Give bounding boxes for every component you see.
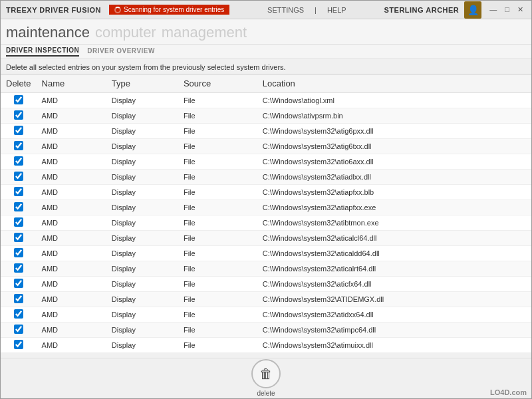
row-checkbox[interactable] (14, 263, 23, 273)
col-header-type: Type (106, 74, 178, 93)
row-name: AMD (37, 338, 106, 353)
row-source: File (178, 200, 257, 215)
table-row: AMDDisplayFileC:\Windows\system32\aticfx… (1, 277, 531, 292)
maximize-button[interactable]: □ (502, 5, 512, 14)
row-checkbox[interactable] (14, 156, 23, 166)
row-location: C:\Windows\system32\aticaldd64.dll (257, 246, 531, 261)
row-type: Display (106, 261, 178, 277)
row-checkbox-cell (1, 231, 37, 246)
watermark: LO4D.com (490, 388, 527, 396)
row-location: C:\Windows\atiogl.xml (257, 93, 531, 108)
settings-link[interactable]: SETTINGS (267, 6, 304, 14)
row-checkbox[interactable] (14, 141, 23, 150)
title-bar: TREEXY DRIVER FUSION Scanning for system… (1, 1, 531, 19)
table-row: AMDDisplayFileC:\Windows\system32\atio6a… (1, 154, 531, 170)
row-type: Display (106, 338, 178, 353)
row-checkbox-cell (1, 124, 37, 139)
table-row: AMDDisplayFileC:\Windows\system32\atiapf… (1, 185, 531, 200)
row-name: AMD (37, 292, 106, 307)
scanning-badge: Scanning for system driver entries (109, 5, 229, 15)
row-source: File (178, 154, 257, 170)
row-source: File (178, 170, 257, 185)
row-checkbox-cell (1, 108, 37, 124)
spinner-icon (114, 7, 121, 13)
row-checkbox[interactable] (14, 309, 23, 319)
row-name: AMD (37, 108, 106, 124)
row-location: C:\Windows\system32\aticfx64.dll (257, 277, 531, 292)
row-checkbox[interactable] (14, 202, 23, 211)
row-source: File (178, 231, 257, 246)
window-controls: — □ ✕ (487, 5, 526, 14)
description-text: Delete all selected entries on your syst… (1, 59, 531, 74)
row-location: C:\Windows\system32\atig6pxx.dll (257, 124, 531, 139)
row-name: AMD (37, 185, 106, 200)
row-source: File (178, 185, 257, 200)
row-type: Display (106, 323, 178, 338)
table-row: AMDDisplayFileC:\Windows\system32\ATIDEM… (1, 292, 531, 307)
row-checkbox-cell (1, 139, 37, 154)
row-checkbox[interactable] (14, 187, 23, 196)
row-location: C:\Windows\system32\atiadlxx.dll (257, 170, 531, 185)
row-location: C:\Windows\system32\atio6axx.dll (257, 154, 531, 170)
app-title: TREEXY DRIVER FUSION (6, 6, 101, 14)
row-source: File (178, 93, 257, 108)
row-type: Display (106, 139, 178, 154)
row-checkbox[interactable] (14, 248, 23, 257)
row-checkbox-cell (1, 246, 37, 261)
row-name: AMD (37, 124, 106, 139)
row-checkbox-cell (1, 292, 37, 307)
row-checkbox[interactable] (14, 95, 23, 104)
row-type: Display (106, 108, 178, 124)
subnav-driver-inspection[interactable]: DRIVER INSPECTION (6, 47, 79, 57)
row-type: Display (106, 200, 178, 215)
nav-computer[interactable]: computer (90, 24, 162, 44)
row-type: Display (106, 93, 178, 108)
minimize-button[interactable]: — (487, 5, 499, 14)
nav-management[interactable]: management (162, 24, 247, 44)
row-checkbox[interactable] (14, 279, 23, 288)
row-checkbox[interactable] (14, 172, 23, 181)
row-checkbox-cell (1, 323, 37, 338)
table-row: AMDDisplayFileC:\Windows\system32\atig6t… (1, 139, 531, 154)
row-source: File (178, 139, 257, 154)
row-source: File (178, 246, 257, 261)
row-checkbox-cell (1, 338, 37, 353)
row-type: Display (106, 231, 178, 246)
row-checkbox[interactable] (14, 217, 23, 227)
table-row: AMDDisplayFileC:\Windows\system32\atibtm… (1, 215, 531, 231)
row-checkbox[interactable] (14, 325, 23, 334)
nav-maintenance[interactable]: maintenance (6, 24, 90, 44)
row-location: C:\Windows\system32\aticalrt64.dll (257, 261, 531, 277)
help-link[interactable]: HELP (327, 6, 346, 14)
row-name: AMD (37, 170, 106, 185)
row-name: AMD (37, 139, 106, 154)
row-checkbox[interactable] (14, 294, 23, 303)
table-row: AMDDisplayFileC:\Windows\system32\atiadl… (1, 170, 531, 185)
row-location: C:\Windows\system32\atimuixx.dll (257, 338, 531, 353)
row-name: AMD (37, 277, 106, 292)
row-checkbox[interactable] (14, 233, 23, 242)
row-type: Display (106, 154, 178, 170)
row-source: File (178, 277, 257, 292)
sub-nav: DRIVER INSPECTION DRIVER OVERVIEW (1, 45, 531, 59)
row-checkbox-cell (1, 154, 37, 170)
row-checkbox[interactable] (14, 126, 23, 135)
scanning-text: Scanning for system driver entries (124, 6, 224, 13)
col-header-name: Name (37, 74, 106, 93)
row-source: File (178, 124, 257, 139)
subnav-driver-overview[interactable]: DRIVER OVERVIEW (87, 47, 155, 56)
close-button[interactable]: ✕ (515, 5, 526, 14)
table-row: AMDDisplayFileC:\Windows\system32\atimui… (1, 338, 531, 353)
user-avatar: 👤 (464, 1, 481, 19)
row-checkbox[interactable] (14, 340, 23, 349)
row-type: Display (106, 185, 178, 200)
delete-button[interactable]: 🗑 (251, 359, 281, 388)
delete-label: delete (257, 390, 275, 397)
table-row: AMDDisplayFileC:\Windows\atiogl.xml (1, 93, 531, 108)
driver-table: Delete Name Type Source Location AMDDisp… (1, 74, 531, 353)
row-name: AMD (37, 323, 106, 338)
row-source: File (178, 215, 257, 231)
row-checkbox[interactable] (14, 110, 23, 120)
row-location: C:\Windows\ativpsrm.bin (257, 108, 531, 124)
row-name: AMD (37, 261, 106, 277)
